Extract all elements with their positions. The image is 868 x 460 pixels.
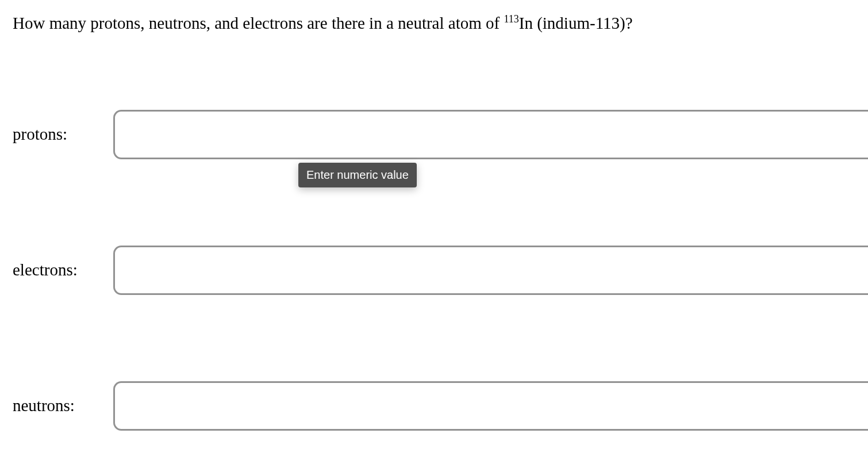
question-superscript: 113 <box>504 13 519 25</box>
tooltip-enter-numeric: Enter numeric value <box>298 163 417 187</box>
electrons-label: electrons: <box>13 260 113 279</box>
electrons-input[interactable] <box>113 246 868 295</box>
question-part-2: In (indium-113)? <box>519 14 633 32</box>
question-text: How many protons, neutrons, and electron… <box>13 12 868 35</box>
neutrons-label: neutrons: <box>13 396 113 415</box>
electrons-row: electrons: <box>13 246 868 295</box>
question-part-1: How many protons, neutrons, and electron… <box>13 14 504 32</box>
protons-row: protons: Enter numeric value <box>13 110 868 159</box>
neutrons-input[interactable] <box>113 381 868 431</box>
neutrons-row: neutrons: <box>13 381 868 431</box>
protons-input[interactable] <box>113 110 868 159</box>
protons-label: protons: <box>13 125 113 144</box>
